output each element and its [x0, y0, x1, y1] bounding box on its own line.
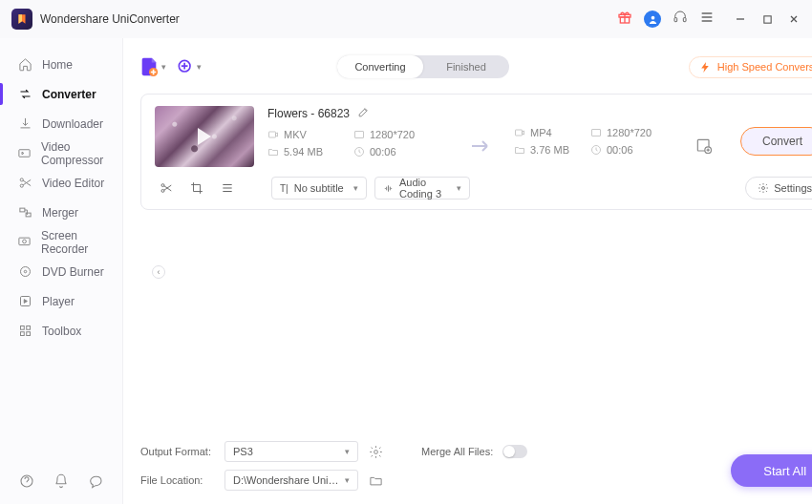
dvd-icon: [17, 264, 32, 280]
sidebar-label: Downloader: [42, 117, 103, 131]
convert-button[interactable]: Convert: [740, 127, 812, 156]
sidebar-item-home[interactable]: Home: [0, 50, 122, 79]
audio-icon: [383, 183, 394, 194]
out-format: MP4: [530, 127, 552, 138]
high-speed-label: High Speed Conversion: [717, 61, 812, 73]
chevron-down-icon: ▾: [345, 447, 350, 456]
sidebar-item-merger[interactable]: Merger: [0, 198, 122, 227]
in-format: MKV: [284, 129, 307, 140]
sidebar-item-player[interactable]: Player: [0, 286, 122, 316]
add-file-button[interactable]: ▾: [140, 55, 163, 78]
svg-point-34: [374, 450, 377, 453]
svg-point-13: [20, 267, 30, 277]
output-settings-icon[interactable]: [368, 444, 383, 459]
app-title: Wondershare UniConverter: [40, 12, 180, 26]
settings-label: Settings: [774, 182, 812, 194]
maximize-button[interactable]: [760, 12, 774, 26]
svg-rect-3: [674, 18, 677, 22]
bell-icon[interactable]: [53, 473, 69, 489]
chevron-down-icon: ▾: [457, 183, 461, 193]
output-format-value: PS3: [233, 446, 253, 457]
trim-button[interactable]: [155, 178, 178, 198]
sidebar-item-converter[interactable]: Converter: [0, 79, 122, 109]
output-format-label: Output Format:: [140, 446, 215, 457]
sidebar: Home Converter Downloader Video Compress…: [0, 38, 123, 504]
video-icon: [267, 129, 279, 140]
merge-toggle[interactable]: [502, 445, 527, 458]
sidebar-label: Video Editor: [42, 177, 104, 190]
resolution-icon: [353, 129, 365, 140]
svg-rect-24: [355, 132, 364, 138]
user-avatar-icon[interactable]: [644, 10, 661, 28]
app-logo-icon: [11, 9, 32, 30]
high-speed-button[interactable]: High Speed Conversion: [689, 56, 812, 78]
menu-icon[interactable]: [699, 10, 715, 29]
audio-value: Audio Coding 3: [399, 177, 451, 200]
status-tabs: Converting Finished: [337, 55, 509, 78]
sidebar-item-recorder[interactable]: Screen Recorder: [0, 227, 122, 257]
arrow-icon: [462, 125, 501, 167]
sidebar-item-editor[interactable]: Video Editor: [0, 168, 122, 198]
folder-icon: [514, 144, 525, 156]
svg-point-33: [762, 187, 765, 190]
video-icon: [514, 127, 525, 138]
more-tools-button[interactable]: [216, 178, 239, 198]
sidebar-label: Video Compressor: [41, 140, 105, 167]
svg-rect-4: [683, 18, 686, 22]
edit-title-button[interactable]: [357, 106, 370, 121]
download-icon: [17, 116, 32, 132]
sidebar-item-dvd[interactable]: DVD Burner: [0, 257, 122, 286]
tab-converting[interactable]: Converting: [337, 55, 423, 78]
output-settings-button[interactable]: [694, 136, 714, 159]
file-location-label: File Location:: [140, 474, 215, 486]
video-thumbnail[interactable]: [155, 106, 254, 167]
svg-point-14: [24, 270, 27, 273]
converter-icon: [17, 87, 32, 102]
sidebar-label: DVD Burner: [42, 265, 104, 279]
help-icon[interactable]: [19, 473, 34, 489]
file-card: ✕ Flowers - 66823 MKV 1280*720 5.94 MB 0…: [140, 94, 812, 210]
play-overlay-icon: [198, 128, 211, 145]
chevron-down-icon: ▾: [353, 183, 358, 193]
sidebar-collapse-button[interactable]: ‹: [152, 265, 165, 279]
sidebar-item-compressor[interactable]: Video Compressor: [0, 138, 122, 168]
close-window-button[interactable]: [787, 12, 801, 26]
clock-icon: [353, 146, 365, 158]
start-all-button[interactable]: Start All: [731, 454, 812, 487]
open-folder-button[interactable]: [368, 472, 383, 488]
file-title: Flowers - 66823: [267, 107, 350, 120]
titlebar-icons: [617, 10, 801, 29]
add-url-button[interactable]: ▾: [177, 55, 200, 78]
sidebar-label: Screen Recorder: [41, 229, 105, 256]
crop-button[interactable]: [185, 178, 208, 198]
svg-rect-23: [269, 132, 276, 137]
sidebar-item-downloader[interactable]: Downloader: [0, 109, 122, 138]
sidebar-label: Converter: [42, 88, 96, 101]
audio-dropdown[interactable]: Audio Coding 3▾: [374, 177, 470, 200]
svg-rect-27: [592, 130, 601, 136]
feedback-icon[interactable]: [88, 473, 103, 489]
file-location-select[interactable]: D:\Wondershare UniConverter▾: [224, 470, 358, 491]
sidebar-label: Home: [42, 58, 73, 72]
chevron-down-icon: ▾: [161, 62, 166, 72]
file-settings-button[interactable]: Settings: [745, 177, 812, 200]
out-resolution: 1280*720: [607, 127, 652, 138]
titlebar: Wondershare UniConverter: [0, 0, 812, 38]
sidebar-item-toolbox[interactable]: Toolbox: [0, 316, 122, 346]
subtitle-value: No subtitle: [294, 182, 344, 194]
svg-rect-18: [20, 332, 24, 336]
home-icon: [17, 57, 32, 73]
merge-icon: [17, 205, 32, 220]
svg-rect-9: [19, 208, 24, 212]
svg-rect-17: [26, 326, 30, 330]
gear-icon: [758, 182, 769, 194]
minimize-button[interactable]: [734, 12, 747, 26]
in-duration: 00:06: [370, 146, 396, 158]
output-format-select[interactable]: PS3▾: [224, 441, 358, 462]
subtitle-dropdown[interactable]: T|No subtitle▾: [271, 177, 367, 200]
tab-finished[interactable]: Finished: [423, 55, 509, 78]
gift-icon[interactable]: [617, 10, 632, 29]
headset-icon[interactable]: [673, 10, 688, 29]
out-duration: 00:06: [607, 144, 633, 156]
lightning-icon: [699, 61, 712, 74]
